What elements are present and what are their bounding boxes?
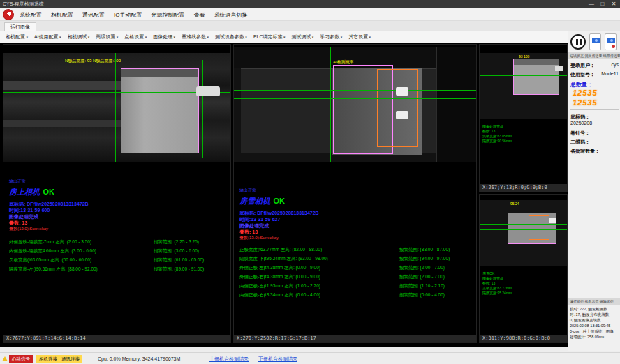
menu-item-light-control[interactable]: 光源控制配置 bbox=[151, 11, 184, 19]
toolbar-plc-binding[interactable]: PLC绑定标准 bbox=[253, 33, 286, 40]
small-camera-panel-bottom: 95.24 房雪OK 图像处理完成 叠数: 13 正极宽度:63.77mm 隔膜… bbox=[479, 194, 568, 343]
log-line: 隔膜宽度:95.24mm bbox=[482, 291, 512, 296]
right-sidebar: 端试状态 消失传送量 纸带传送量 登录用户： cys 使用型号： Mode11 … bbox=[568, 31, 620, 351]
camera-settings-button[interactable] bbox=[605, 33, 617, 50]
camera-capture-button[interactable] bbox=[589, 33, 601, 50]
log-line: 图像处理完成 bbox=[482, 276, 512, 281]
menu-bar: 系统配置 相机配置 通讯配置 IO手动配置 光源控制配置 查看 系统语言切换 bbox=[0, 8, 620, 21]
menu-item-system-config[interactable]: 系统配置 bbox=[20, 11, 42, 19]
stack-region-overlay bbox=[121, 68, 199, 153]
stack-top-band bbox=[514, 59, 559, 65]
log-line: 负极宽度:63.05mm bbox=[482, 134, 512, 139]
alarm-range: 报警范围: (61.00 - 65.00) bbox=[154, 255, 226, 264]
toolbar-image-process[interactable]: 图像处理 bbox=[153, 33, 175, 40]
measurement-row: 隔膜宽度-下(t95.24mm 左高: (93.00 - 98.00) 报警范围… bbox=[239, 254, 472, 263]
measurement-row: 内侧正极-右(t3.34mm 左高: (0.60 - 4.00) 报警范围: (… bbox=[239, 290, 472, 299]
right-camera-image[interactable]: AI检测概率 bbox=[234, 47, 476, 162]
toolbar-test-device-params[interactable]: 测试设备参数 bbox=[215, 33, 247, 40]
tab-run-image[interactable]: 运行图像 bbox=[4, 22, 36, 31]
qr-code-label: 二维码： bbox=[570, 139, 590, 146]
measurement-text: 外侧正极-右(t4.38mm 左高: (0.00 - 9.00) bbox=[239, 272, 399, 281]
stats-lines: 机时: 222, 触发检测数 时: 17, 触发分布充填数 0, 触发图像充填数… bbox=[570, 306, 620, 340]
menu-item-camera-config[interactable]: 相机配置 bbox=[51, 11, 73, 19]
menu-item-view[interactable]: 查看 bbox=[193, 11, 205, 19]
login-user-value: cys bbox=[612, 62, 619, 69]
small-camera-image-top[interactable]: 93 100 bbox=[480, 53, 567, 119]
small-bottom-coordinate-bar: X:311;Y:980;R:0;G:0;B:0 bbox=[480, 335, 567, 342]
bright-object bbox=[549, 218, 556, 223]
toolbar-camera-config[interactable]: 相机配置 bbox=[6, 33, 28, 40]
maximize-button[interactable]: □ bbox=[598, 0, 607, 8]
alarm-range: 报警范围: (0.60 - 4.00) bbox=[399, 290, 472, 299]
measurement-row: 外侧正极-左(t4.38mm 左高: (0.00 - 9.00) 报警范围: (… bbox=[239, 263, 472, 272]
toolbar-learn-params[interactable]: 学习参数 bbox=[320, 33, 342, 40]
toolbar-test-debug[interactable]: 测试调试 bbox=[291, 33, 313, 40]
measure-vline-green bbox=[512, 53, 512, 119]
toolbar-baseline-params[interactable]: 基准线参数 bbox=[182, 33, 209, 40]
upload-result-link[interactable]: 上报机台检测结果 bbox=[209, 355, 249, 363]
measure-vline-green bbox=[202, 60, 203, 158]
alarm-range: 报警范围: (2.00 - 7.00) bbox=[399, 263, 472, 272]
small-camera-image-bottom[interactable]: 95.24 bbox=[480, 200, 567, 266]
close-button[interactable]: ✕ bbox=[609, 0, 619, 8]
measurement-text: 隔膜宽度-左(t90.56mm 左高: (88.00 - 92.00) bbox=[9, 264, 154, 273]
login-user-label: 登录用户： bbox=[570, 62, 595, 69]
log-line: 图像处理完成 bbox=[482, 124, 512, 129]
pause-button[interactable] bbox=[570, 34, 586, 50]
measure-line-green bbox=[3, 84, 230, 84]
toolbar-advanced[interactable]: 高级设置 bbox=[96, 33, 118, 40]
tab-bar: 运行图像 bbox=[0, 21, 620, 31]
left-output-note: 输出正常 bbox=[9, 179, 226, 185]
minimize-button[interactable]: — bbox=[586, 0, 596, 8]
left-stack-count: 叠数: 13 bbox=[9, 220, 226, 226]
cpu-memory-status: Cpu: 0.0% Memory: 3424.41790673M bbox=[98, 355, 180, 363]
left-pixel-coordinate-bar: X:7677;Y:891;R:14;G:14;B:14 bbox=[3, 335, 230, 342]
stack-top-band bbox=[121, 69, 198, 77]
warning-icon bbox=[2, 356, 8, 361]
measurement-row: 内侧正极-左(t1.93mm 左高: (1.00 - 2.20) 报警范围: (… bbox=[239, 281, 472, 290]
log-line: 房雪OK bbox=[482, 271, 512, 276]
measure-line-green bbox=[480, 75, 567, 76]
status-bar: 心跳信号 相机连接 通讯连接 Cpu: 0.0% Memory: 3424.41… bbox=[0, 352, 620, 364]
stack-region-overlay bbox=[513, 59, 559, 95]
right-stack-count: 叠数: 13 bbox=[239, 229, 472, 235]
roll-needle-row: 卷针号： bbox=[570, 130, 619, 137]
measurement-text: 内侧正极-左(t1.93mm 左高: (1.00 - 2.20) bbox=[239, 281, 399, 290]
bright-object bbox=[196, 86, 220, 96]
toolbar-spot-check[interactable]: 点检设置 bbox=[124, 33, 147, 40]
menu-item-language[interactable]: 系统语言切换 bbox=[214, 11, 247, 19]
roi-orange-rect bbox=[529, 215, 549, 240]
right-stack-count-detail: 叠数(13.0):Sum:okay bbox=[239, 235, 472, 241]
model-row: 使用型号： Mode11 bbox=[570, 71, 619, 78]
measurement-text: 负极宽度(t63.05mm 左高: (60.00 - 66.00) bbox=[9, 255, 154, 264]
sidebar-buttons bbox=[570, 33, 617, 50]
small-panel-log-bottom: 房雪OK 图像处理完成 叠数: 13 正极宽度:63.77mm 隔膜宽度:95.… bbox=[482, 271, 512, 296]
batch-code-label: 底标码： bbox=[570, 114, 590, 121]
batch-code-value-row: 20250208 bbox=[570, 121, 619, 126]
toolbar-other-settings[interactable]: 其它设置 bbox=[348, 33, 371, 40]
menu-item-io-manual[interactable]: IO手动配置 bbox=[114, 11, 142, 19]
small-panel-log-top: 图像处理完成 叠数: 13 负极宽度:63.05mm 隔膜宽度:90.56mm bbox=[482, 124, 512, 144]
toolbar-camera-debug[interactable]: 相机调试 bbox=[67, 33, 89, 40]
measurement-text: 外侧压铁-隔膜宽-7mm 左高: (2.00 - 3.50) bbox=[9, 237, 154, 246]
toolbar-ai-config[interactable]: AI使用配置 bbox=[34, 33, 61, 40]
left-result-block: 输出正常 房上相机 OK 底标码: DFfliw2025020813313472… bbox=[9, 179, 226, 273]
measurement-text: 隔膜宽度-下(t95.24mm 左高: (93.00 - 98.00) bbox=[239, 254, 399, 263]
menu-item-comm-config[interactable]: 通讯配置 bbox=[82, 11, 105, 19]
measure-line-green bbox=[480, 224, 567, 225]
toolbar: 相机配置 AI使用配置 相机调试 高级设置 点检设置 图像处理 基准线参数 测试… bbox=[0, 31, 568, 43]
measure-line-green bbox=[480, 229, 567, 230]
report-links: 上报机台检测结果 下报机台检测结果 bbox=[209, 355, 297, 363]
right-process-status: 图像处理完成 bbox=[239, 222, 472, 229]
stats-header: 编行状态 线数示范 磁轴状态 bbox=[568, 298, 620, 305]
right-output-note: 输出正常 bbox=[239, 188, 472, 194]
right-status-ok: OK bbox=[273, 197, 285, 205]
comm-connection-status: 通讯连接 bbox=[61, 355, 80, 363]
download-result-link[interactable]: 下报机台检测结果 bbox=[258, 355, 297, 363]
batch-write-row: 各批写数量： bbox=[570, 148, 619, 155]
roll-needle-label: 卷针号： bbox=[570, 130, 590, 137]
magenta-topline bbox=[3, 54, 230, 54]
menu-items: 系统配置 相机配置 通讯配置 IO手动配置 光源控制配置 查看 系统语言切换 bbox=[20, 8, 247, 21]
left-camera-image[interactable]: N极品宽度: 93 N极品宽度:100 bbox=[3, 53, 230, 162]
alarm-range: 报警范围: (94.00 - 97.00) bbox=[399, 254, 472, 263]
